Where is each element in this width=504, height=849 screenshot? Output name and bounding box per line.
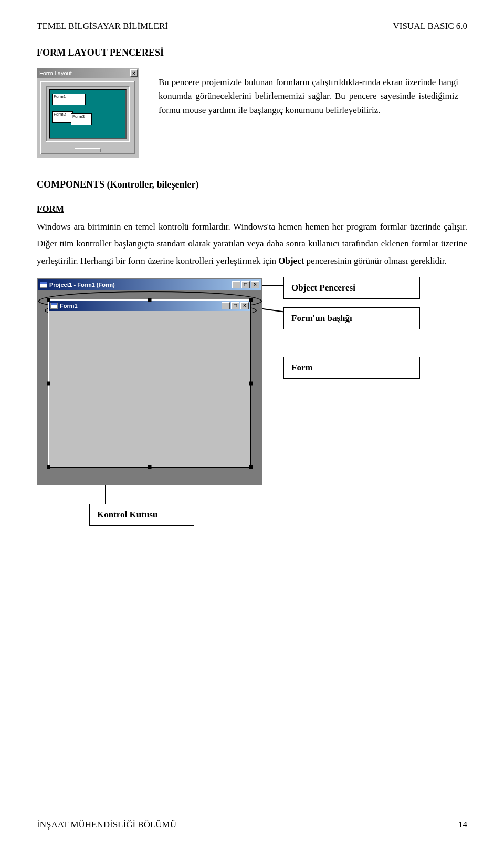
section-title-form-layout: FORM LAYOUT PENCERESİ — [37, 47, 467, 58]
form-designer-grid[interactable] — [49, 311, 250, 467]
page-footer: İNŞAAT MÜHENDİSLİĞİ BÖLÜMÜ 14 — [37, 820, 467, 830]
callout-form: Form — [284, 357, 420, 379]
object-window-content: Form1 _ □ × — [38, 290, 261, 483]
inner-form-titlebar: Form1 _ □ × — [49, 301, 250, 311]
object-window-titlebar: Project1 - Form1 (Form) _ □ × — [38, 279, 261, 290]
section-title-components: COMPONENTS (Kontroller, bileşenler) — [37, 179, 467, 190]
resize-handle[interactable] — [249, 465, 253, 469]
minimize-icon[interactable]: _ — [232, 281, 240, 288]
resize-handle[interactable] — [148, 298, 152, 302]
form-icon — [40, 282, 47, 288]
form-subheading: FORM — [37, 204, 467, 214]
form-layout-description: Bu pencere projemizde bulunan formların … — [150, 68, 467, 125]
footer-page-number: 14 — [458, 820, 467, 830]
monitor-screen: Form1 Form2 Form3 — [49, 89, 127, 139]
close-icon[interactable]: × — [251, 281, 259, 288]
resize-handle[interactable] — [47, 465, 50, 469]
footer-left: İNŞAAT MÜHENDİSLİĞİ BÖLÜMÜ — [37, 820, 176, 830]
object-window: Project1 - Form1 (Form) _ □ × Form1 _ — [37, 278, 262, 485]
resize-handle[interactable] — [47, 381, 50, 385]
form-layout-row: Form Layout × Form1 Form2 Form3 Bu pence… — [37, 68, 467, 158]
object-area: Object Penceresi Form'un başlığı Form Ko… — [37, 278, 467, 530]
inner-form[interactable]: Form1 _ □ × — [48, 299, 251, 468]
object-window-title: Project1 - Form1 (Form) — [49, 282, 115, 288]
mini-form-1[interactable]: Form1 — [52, 94, 86, 105]
form-layout-title-text: Form Layout — [39, 70, 72, 76]
form-layout-window: Form Layout × Form1 Form2 Form3 — [37, 68, 139, 158]
form-layout-body: Form1 Form2 Form3 — [37, 78, 139, 158]
mini-form-2[interactable]: Form2 — [52, 111, 73, 123]
monitor-icon: Form1 Form2 Form3 — [40, 81, 135, 154]
page-header: TEMEL BİLGİSAYAR BİLİMLERİ VISUAL BASIC … — [37, 21, 467, 32]
resize-handle[interactable] — [249, 298, 253, 302]
monitor-stand — [75, 148, 101, 152]
inner-form-title: Form1 — [60, 303, 78, 309]
resize-handle[interactable] — [148, 465, 152, 469]
minimize-icon[interactable]: _ — [222, 302, 230, 309]
form-desc-part2: penceresinin görünür olması gereklidir. — [307, 256, 447, 266]
form-layout-titlebar: Form Layout × — [37, 68, 139, 78]
callout-form-basligi: Form'un başlığı — [284, 307, 420, 329]
mini-form-3[interactable]: Form3 — [71, 113, 92, 125]
object-keyword: Object — [278, 256, 304, 266]
close-icon[interactable]: × — [130, 69, 138, 77]
header-right: VISUAL BASIC 6.0 — [393, 21, 467, 32]
close-icon[interactable]: × — [240, 302, 249, 309]
form-description: Windows ara biriminin en temel kontrolü … — [37, 219, 467, 270]
maximize-icon[interactable]: □ — [242, 281, 250, 288]
header-left: TEMEL BİLGİSAYAR BİLİMLERİ — [37, 21, 168, 32]
callout-object-penceresi: Object Penceresi — [284, 277, 420, 299]
maximize-icon[interactable]: □ — [231, 302, 239, 309]
resize-handle[interactable] — [47, 298, 50, 302]
window-buttons: _ □ × — [222, 302, 249, 309]
callout-kontrol-kutusu: Kontrol Kutusu — [89, 504, 194, 526]
window-buttons: _ □ × — [232, 281, 259, 288]
resize-handle[interactable] — [249, 381, 253, 385]
form-icon — [50, 303, 58, 309]
